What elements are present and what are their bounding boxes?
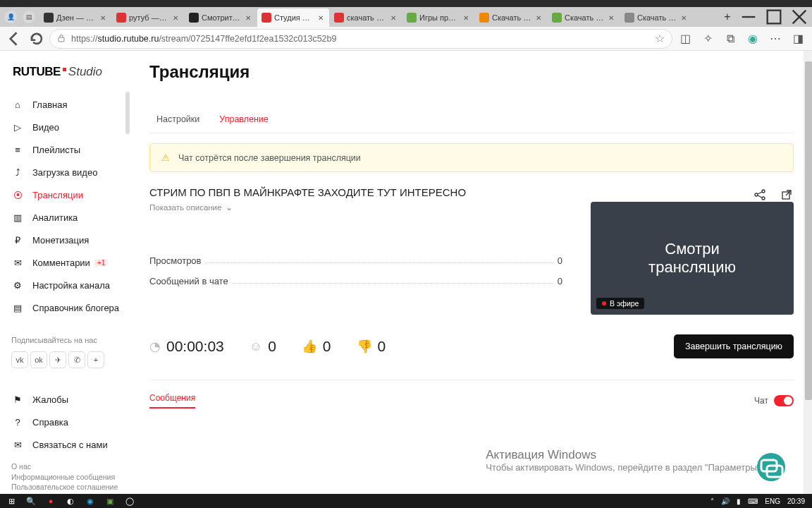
- sidebar-item-label: Монетизация: [32, 235, 89, 246]
- workspace-icon[interactable]: ▤: [23, 11, 35, 23]
- browser-tab-5[interactable]: Игры про в✕: [402, 8, 474, 27]
- sidebar-item-play[interactable]: ▷Видео: [0, 116, 131, 138]
- content-tab-0[interactable]: Настройки: [156, 114, 199, 124]
- logo[interactable]: RUTUBEStudio: [0, 65, 131, 93]
- favorites-icon[interactable]: ✧: [698, 29, 718, 49]
- menu-icon[interactable]: ⋯: [765, 29, 785, 49]
- taskbar-app-1[interactable]: ●: [42, 495, 59, 507]
- browser-tab-4[interactable]: скачать игр✕: [330, 8, 402, 27]
- sidebar-item-chart[interactable]: ▥Аналитика: [0, 206, 131, 229]
- social-ok[interactable]: ok: [30, 351, 47, 368]
- show-description-toggle[interactable]: Показать описание ⌄: [149, 202, 233, 212]
- sidebar-item-comment[interactable]: ✉Комментарии+1: [0, 251, 131, 274]
- taskbar-app-4[interactable]: ▣: [102, 495, 118, 507]
- taskbar-app-3[interactable]: ◉: [82, 495, 99, 507]
- browser-tab-7[interactable]: Скачать игр✕: [548, 8, 620, 27]
- browser-tab-6[interactable]: Скачать игр✕: [475, 8, 547, 27]
- chart-icon: ▥: [11, 211, 24, 224]
- social-vb[interactable]: ✆: [68, 351, 85, 368]
- sidebar-item-label: Справка: [32, 417, 68, 428]
- page-scrollbar[interactable]: [804, 51, 812, 494]
- browser-tab-1[interactable]: рутуб — Ян✕: [112, 8, 184, 27]
- ruble-icon: ₽: [11, 234, 24, 246]
- footer-link[interactable]: Пользовательское соглашение: [11, 482, 120, 492]
- footer-link[interactable]: О нас: [11, 461, 120, 472]
- sidebar-item-label: Комментарии: [32, 258, 90, 268]
- tray-network-icon[interactable]: ▮: [737, 497, 741, 505]
- tab-close-icon[interactable]: ✕: [534, 13, 543, 22]
- tab-close-icon[interactable]: ✕: [607, 13, 615, 22]
- taskbar[interactable]: ⊞ 🔍 ● ◐ ◉ ▣ ◯ ˄ 🔊 ▮ ⌨ ENG 20:39: [0, 494, 812, 508]
- open-external-icon[interactable]: [780, 188, 794, 202]
- window-close[interactable]: [787, 7, 812, 27]
- viewers-icon: ☺: [250, 339, 262, 354]
- play-icon: ▷: [11, 121, 24, 133]
- tab-close-icon[interactable]: ✕: [462, 13, 470, 22]
- chat-tab-messages[interactable]: Сообщения: [149, 393, 195, 409]
- tab-close-icon[interactable]: ✕: [679, 13, 688, 22]
- sidebar-item-label: Связаться с нами: [32, 440, 108, 450]
- support-fab[interactable]: [757, 453, 785, 481]
- back-button[interactable]: [4, 29, 24, 49]
- content-tab-1[interactable]: Управление: [219, 114, 269, 124]
- tab-favicon: [407, 13, 417, 23]
- gear-icon: ⚙: [11, 279, 24, 291]
- tray-volume-icon[interactable]: 🔊: [721, 497, 730, 505]
- social-tg[interactable]: ✈: [49, 351, 66, 368]
- dislike-icon: 👎: [357, 339, 372, 354]
- sidebar-scrollbar[interactable]: [125, 92, 130, 134]
- sidebar-lower-help[interactable]: ?Справка: [0, 411, 131, 433]
- end-stream-button[interactable]: Завершить трансляцию: [674, 334, 794, 358]
- window-minimize[interactable]: [736, 7, 761, 27]
- reload-button[interactable]: [27, 29, 47, 49]
- tray-time[interactable]: 20:39: [787, 497, 805, 505]
- tab-close-icon[interactable]: ✕: [316, 13, 325, 22]
- taskbar-app-5[interactable]: ◯: [121, 495, 138, 507]
- browser-tab-0[interactable]: Дзен — пла✕: [39, 8, 111, 27]
- tab-close-icon[interactable]: ✕: [171, 13, 180, 22]
- tab-close-icon[interactable]: ✕: [99, 13, 107, 22]
- tray-chevron[interactable]: ˄: [710, 497, 714, 505]
- metric-dislikes: 👎 0: [357, 338, 386, 355]
- sidebar-item-list[interactable]: ≡Плейлисты: [0, 138, 131, 161]
- url-input[interactable]: https://studio.rutube.ru/stream/0725147f…: [49, 29, 672, 49]
- browser-tab-8[interactable]: Скачать фа✕: [620, 8, 692, 27]
- browser-tab-2[interactable]: Смотрите в✕: [185, 8, 257, 27]
- search-button[interactable]: 🔍: [23, 495, 39, 507]
- tab-close-icon[interactable]: ✕: [244, 13, 252, 22]
- browser-tab-3[interactable]: Студия RUT✕: [257, 8, 329, 27]
- svg-rect-1: [768, 11, 781, 24]
- star-icon[interactable]: ☆: [655, 32, 665, 45]
- extensions-icon[interactable]: ◉: [743, 29, 763, 49]
- footer-link[interactable]: Информационные сообщения: [11, 472, 120, 483]
- stream-preview[interactable]: Смотритрансляцию В эфире: [591, 202, 794, 315]
- sidebar-item-ruble[interactable]: ₽Монетизация: [0, 229, 131, 251]
- sidebar-item-label: Справочник блогера: [32, 303, 119, 313]
- chat-toggle[interactable]: [774, 395, 794, 406]
- social-plus[interactable]: +: [87, 351, 104, 368]
- social-vk[interactable]: vk: [11, 351, 28, 368]
- sidebar-lower-flag[interactable]: ⚑Жалобы: [0, 388, 131, 411]
- sidebar-lower-mail[interactable]: ✉Связаться с нами: [0, 433, 131, 456]
- profile-icon[interactable]: 👤: [4, 11, 17, 23]
- tab-favicon: [552, 13, 562, 23]
- start-button[interactable]: ⊞: [3, 495, 20, 507]
- sidebar-item-gear[interactable]: ⚙Настройка канала: [0, 274, 131, 296]
- share-icon[interactable]: [753, 188, 767, 202]
- split-icon[interactable]: ◫: [675, 29, 695, 49]
- sidebar-item-broadcast[interactable]: ⦿Трансляции: [0, 183, 131, 206]
- like-icon: 👍: [302, 339, 317, 354]
- new-tab-button[interactable]: +: [719, 8, 736, 25]
- collections-icon[interactable]: ⧉: [720, 29, 740, 49]
- taskbar-app-2[interactable]: ◐: [62, 495, 79, 507]
- comment-icon: ✉: [11, 256, 24, 269]
- sidebar-item-home[interactable]: ⌂Главная: [0, 93, 131, 116]
- sidebar-item-upload[interactable]: ⤴Загрузка видео: [0, 161, 131, 183]
- tray-language[interactable]: ENG: [765, 497, 780, 505]
- sidebar-icon[interactable]: ◨: [788, 29, 808, 49]
- tray-keyboard-icon[interactable]: ⌨: [748, 497, 758, 505]
- window-maximize[interactable]: [761, 7, 787, 27]
- sidebar-item-label: Плейлисты: [32, 145, 80, 155]
- tab-close-icon[interactable]: ✕: [389, 13, 398, 22]
- sidebar-item-book[interactable]: ▤Справочник блогера: [0, 296, 131, 319]
